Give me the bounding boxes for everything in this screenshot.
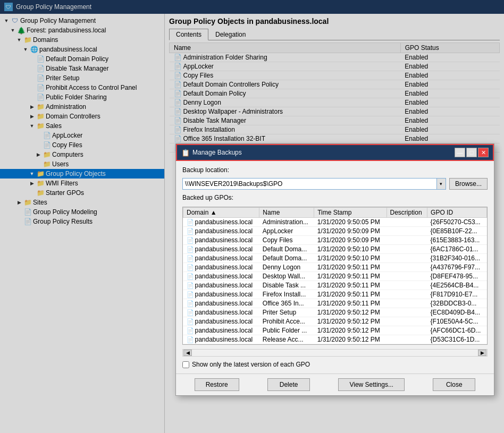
browse-button[interactable]: Browse... bbox=[449, 178, 488, 190]
scroll-left[interactable]: ◀ bbox=[183, 350, 192, 356]
scroll-right[interactable]: ▶ bbox=[478, 350, 486, 356]
backup-name-cell: Desktop Wall... bbox=[259, 272, 314, 281]
backup-location-label: Backup location: bbox=[182, 166, 488, 174]
backup-timestamp-cell: 1/31/2020 9:50:09 PM bbox=[314, 227, 387, 236]
backup-location-input[interactable] bbox=[182, 178, 436, 190]
backup-row-icon: 📄 bbox=[187, 246, 194, 252]
backup-table-row[interactable]: 📄pandabusiness.local Priter Setup 1/31/2… bbox=[183, 308, 487, 317]
backup-table-row[interactable]: 📄pandabusiness.local Administration... 1… bbox=[183, 218, 487, 227]
dialog-icon: 📋 bbox=[181, 149, 190, 157]
backup-name-cell: Priter Setup bbox=[259, 308, 314, 317]
backup-table-row[interactable]: 📄pandabusiness.local Desktop Wall... 1/3… bbox=[183, 272, 487, 281]
backup-location-dropdown[interactable]: ▾ bbox=[436, 178, 446, 190]
backup-table-row[interactable]: 📄pandabusiness.local Office 365 In... 1/… bbox=[183, 299, 487, 308]
backup-description-cell bbox=[387, 254, 427, 263]
latest-version-checkbox[interactable] bbox=[182, 361, 189, 368]
backup-row-icon: 📄 bbox=[187, 309, 194, 316]
close-window-button[interactable]: ✕ bbox=[478, 148, 489, 157]
backup-location-input-wrapper: ▾ bbox=[182, 178, 446, 190]
backup-timestamp-cell: 1/31/2020 9:50:11 PM bbox=[314, 299, 387, 308]
backup-row-icon: 📄 bbox=[187, 291, 194, 298]
backup-gpoid-cell: {615E3883-163... bbox=[427, 236, 487, 245]
scrollbar-x[interactable]: ◀ ▶ bbox=[182, 349, 488, 356]
backup-table: Domain ▲ Name Time Stamp Description GPO… bbox=[183, 207, 487, 344]
backup-table-row[interactable]: 📄pandabusiness.local Copy Files 1/31/202… bbox=[183, 236, 487, 245]
backup-domain-cell: 📄pandabusiness.local bbox=[183, 218, 259, 227]
backup-table-row[interactable]: 📄pandabusiness.local AppLocker 1/31/2020… bbox=[183, 227, 487, 236]
backup-table-row[interactable]: 📄pandabusiness.local Default Doma... 1/3… bbox=[183, 245, 487, 254]
backup-description-cell bbox=[387, 218, 427, 227]
minimize-button[interactable]: — bbox=[455, 148, 465, 157]
backup-row-icon: 📄 bbox=[187, 228, 194, 234]
backup-timestamp-cell: 1/31/2020 9:50:11 PM bbox=[314, 281, 387, 290]
backup-table-row[interactable]: 📄pandabusiness.local Firefox Install... … bbox=[183, 290, 487, 299]
backup-domain-cell: 📄pandabusiness.local bbox=[183, 254, 259, 263]
backup-name-cell: Firefox Install... bbox=[259, 290, 314, 299]
backup-gpoid-cell: {D53C31C6-1D... bbox=[427, 335, 487, 344]
backup-gpoid-cell: {D8FEF478-95... bbox=[427, 272, 487, 281]
backup-gpoid-cell: {26F50270-C53... bbox=[427, 218, 487, 227]
backup-table-wrapper[interactable]: Domain ▲ Name Time Stamp Description GPO… bbox=[182, 207, 488, 345]
backup-timestamp-cell: 1/31/2020 9:50:11 PM bbox=[314, 272, 387, 281]
backed-up-gpos-label: Backed up GPOs: bbox=[182, 194, 488, 201]
backup-row-icon: 📄 bbox=[187, 282, 194, 288]
backup-name-cell: Denny Logon bbox=[259, 263, 314, 272]
col-timestamp: Time Stamp bbox=[314, 208, 387, 218]
backup-gpoid-cell: {F10E50A4-5C... bbox=[427, 317, 487, 326]
backup-domain-cell: 📄pandabusiness.local bbox=[183, 335, 259, 344]
maximize-button[interactable]: □ bbox=[466, 148, 477, 157]
restore-button[interactable]: Restore bbox=[195, 378, 239, 391]
backup-description-cell bbox=[387, 308, 427, 317]
dialog-footer: Restore Delete View Settings... Close bbox=[176, 373, 494, 395]
backup-domain-cell: 📄pandabusiness.local bbox=[183, 317, 259, 326]
backup-gpoid-cell: {6AC1786C-01... bbox=[427, 245, 487, 254]
backup-name-cell: AppLocker bbox=[259, 227, 314, 236]
backup-timestamp-cell: 1/31/2020 9:50:12 PM bbox=[314, 308, 387, 317]
dialog-title: Manage Backups bbox=[192, 149, 242, 156]
close-dialog-button[interactable]: Close bbox=[433, 378, 475, 391]
backup-description-cell bbox=[387, 227, 427, 236]
backup-name-cell: Office 365 In... bbox=[259, 299, 314, 308]
col-name: Name bbox=[259, 208, 314, 218]
dialog-titlebar: 📋 Manage Backups — □ ✕ bbox=[176, 144, 494, 161]
backup-table-row[interactable]: 📄pandabusiness.local Release Acc... 1/31… bbox=[183, 335, 487, 344]
backup-name-cell: Default Doma... bbox=[259, 245, 314, 254]
dialog-content: Backup location: ▾ Browse... Backed up G… bbox=[176, 161, 494, 373]
backup-name-cell: Copy Files bbox=[259, 236, 314, 245]
backup-gpoid-cell: {32BDDCB3-0... bbox=[427, 299, 487, 308]
backup-gpoid-cell: {0E85B10F-22... bbox=[427, 227, 487, 236]
backup-name-cell: Prohibit Acce... bbox=[259, 317, 314, 326]
col-description: Description bbox=[387, 208, 427, 218]
backup-gpoid-cell: {31B2F340-016... bbox=[427, 254, 487, 263]
backup-domain-cell: 📄pandabusiness.local bbox=[183, 263, 259, 272]
backup-gpoid-cell: {A4376796-F97... bbox=[427, 263, 487, 272]
backup-row-icon: 📄 bbox=[187, 237, 194, 243]
backup-table-row[interactable]: 📄pandabusiness.local Default Doma... 1/3… bbox=[183, 254, 487, 263]
backup-domain-cell: 📄pandabusiness.local bbox=[183, 308, 259, 317]
backup-row-icon: 📄 bbox=[187, 219, 194, 225]
backup-description-cell bbox=[387, 326, 427, 335]
view-settings-button[interactable]: View Settings... bbox=[338, 378, 405, 391]
col-gpoid: GPO ID bbox=[427, 208, 487, 218]
backup-row-icon: 📄 bbox=[187, 318, 194, 325]
backup-table-row[interactable]: 📄pandabusiness.local Disable Task ... 1/… bbox=[183, 281, 487, 290]
backup-timestamp-cell: 1/31/2020 9:50:12 PM bbox=[314, 317, 387, 326]
backup-timestamp-cell: 1/31/2020 9:50:05 PM bbox=[314, 218, 387, 227]
backup-description-cell bbox=[387, 299, 427, 308]
backup-table-row[interactable]: 📄pandabusiness.local Prohibit Acce... 1/… bbox=[183, 317, 487, 326]
backup-name-cell: Administration... bbox=[259, 218, 314, 227]
backup-gpoid-cell: {AFC66DC1-6D... bbox=[427, 326, 487, 335]
backup-timestamp-cell: 1/31/2020 9:50:10 PM bbox=[314, 254, 387, 263]
delete-button[interactable]: Delete bbox=[267, 378, 310, 391]
backup-description-cell bbox=[387, 317, 427, 326]
backup-table-row[interactable]: 📄pandabusiness.local Public Folder ... 1… bbox=[183, 326, 487, 335]
manage-backups-dialog: 📋 Manage Backups — □ ✕ Backup location: … bbox=[175, 143, 494, 396]
backup-timestamp-cell: 1/31/2020 9:50:11 PM bbox=[314, 290, 387, 299]
dialog-title-left: 📋 Manage Backups bbox=[181, 149, 242, 157]
backup-description-cell bbox=[387, 245, 427, 254]
backup-gpoid-cell: {EC8D409D-B4... bbox=[427, 308, 487, 317]
backup-gpoid-cell: {F817D910-E7... bbox=[427, 290, 487, 299]
backup-table-row[interactable]: 📄pandabusiness.local Denny Logon 1/31/20… bbox=[183, 263, 487, 272]
backup-location-row: ▾ Browse... bbox=[182, 178, 488, 190]
backup-row-icon: 📄 bbox=[187, 336, 194, 343]
